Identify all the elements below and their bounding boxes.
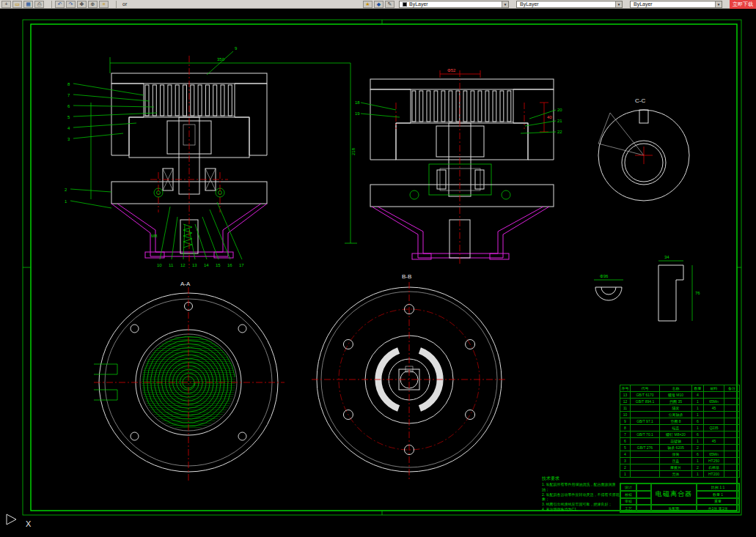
linetype-control-value: ByLayer bbox=[520, 1, 539, 7]
title-block-field: 共1张 第1张 bbox=[697, 505, 739, 512]
part-callouts: 9 bbox=[235, 46, 238, 51]
parts-table-row: 11隔套 145 bbox=[620, 405, 740, 412]
svg-text:21: 21 bbox=[557, 119, 562, 123]
fin-stack bbox=[412, 91, 511, 122]
chevron-down-icon[interactable]: ▼ bbox=[615, 1, 622, 7]
title-block-field: 设计 bbox=[620, 484, 636, 491]
svg-text:22: 22 bbox=[557, 130, 562, 134]
svg-text:17: 17 bbox=[239, 263, 244, 267]
svg-text:1: 1 bbox=[65, 199, 67, 204]
property-icon-group: ★◆✎ bbox=[363, 1, 394, 8]
leader-lines bbox=[361, 103, 556, 133]
note-line: 4. 未注明倒角均为C1。 bbox=[542, 507, 621, 512]
note-line: 3. 线圈引出线接线应牢固可靠，绝缘良好； bbox=[542, 502, 621, 507]
top-toolbar: +▭▦⎙ ↶↷✥⊕≡ or ★◆✎ ByLayer ▼ ByLayer ▼ By… bbox=[0, 0, 756, 9]
svg-text:9: 9 bbox=[235, 46, 238, 51]
svg-text:6: 6 bbox=[67, 104, 70, 108]
section-label: B-B bbox=[402, 273, 411, 280]
svg-text:4: 4 bbox=[67, 126, 70, 130]
parts-table-row: 1壳体 1HT200 bbox=[620, 471, 740, 478]
signature-cell bbox=[636, 484, 651, 491]
leader-lines bbox=[70, 51, 242, 259]
promo-button[interactable]: 立即下载 bbox=[730, 0, 756, 9]
toolbar-icon[interactable]: ↷ bbox=[66, 1, 76, 8]
part-callouts: 1011121314151617 bbox=[157, 263, 244, 267]
toolbar-icon[interactable]: ≡ bbox=[99, 1, 109, 8]
svg-text:5: 5 bbox=[67, 115, 70, 119]
parts-table: 序号 代号 名称 数量 材料 备注 13GB/T 6170螺母 M10 4 12… bbox=[620, 385, 740, 478]
svg-text:7: 7 bbox=[67, 93, 70, 97]
view-a-section: A-A bbox=[94, 281, 285, 482]
notes-lines: 1. 装配前所有零件用煤油清洗，配合面涂润滑油；2. 装配后各运动零件应转动灵活… bbox=[542, 482, 621, 512]
edit-icon-group: ↶↷✥⊕≡ bbox=[55, 1, 109, 8]
title-block-field: 比例 1:1 bbox=[697, 484, 739, 491]
view-detail-profile: 34 76 bbox=[658, 255, 700, 321]
svg-text:2: 2 bbox=[65, 188, 67, 192]
section-label: A-A bbox=[180, 281, 191, 287]
parts-table-row: 5GB/T 276轴承 6205 2 bbox=[620, 445, 740, 451]
toolbar-icon[interactable]: ⎙ bbox=[34, 1, 44, 8]
view-detail-semicircle: Φ36 bbox=[594, 274, 623, 300]
toolbar-icon[interactable]: ▦ bbox=[23, 1, 33, 8]
doc-type: 装配图 bbox=[651, 505, 697, 512]
view1-main-section: 350 218 bbox=[65, 46, 357, 268]
svg-text:3: 3 bbox=[67, 137, 70, 141]
toolbar-icon[interactable]: ▭ bbox=[12, 1, 22, 8]
parts-table-row: 3压盘 1HT250 bbox=[620, 458, 740, 464]
toolbar-icon[interactable]: ◆ bbox=[374, 1, 383, 8]
chevron-down-icon[interactable]: ▼ bbox=[502, 1, 508, 7]
svg-text:14: 14 bbox=[204, 263, 209, 267]
dimension-label: 76 bbox=[695, 291, 700, 295]
toolbar-separator bbox=[51, 1, 52, 8]
toolbar-icon[interactable]: ↶ bbox=[55, 1, 65, 8]
bell-housing-outline bbox=[372, 207, 549, 259]
dimension-label: 40 bbox=[547, 115, 552, 119]
view2-section: Φ52 40 1819 202122 bbox=[355, 68, 562, 265]
toolbar-icon[interactable]: + bbox=[1, 1, 11, 8]
view-b-section: B-B bbox=[312, 273, 507, 480]
svg-text:19: 19 bbox=[355, 111, 360, 116]
parts-table-header: 序号 代号 名称 数量 材料 备注 bbox=[620, 385, 740, 392]
part-callouts: 202122 bbox=[557, 108, 562, 134]
svg-text:15: 15 bbox=[216, 263, 221, 267]
lineweight-control-value: ByLayer bbox=[634, 1, 653, 7]
parts-table-row: 6花键轴 145 bbox=[620, 438, 740, 445]
svg-text:16: 16 bbox=[227, 263, 232, 267]
linetype-control-dropdown[interactable]: ByLayer ▼ bbox=[516, 1, 623, 8]
signature-cell bbox=[636, 498, 651, 505]
part-callouts: 21 bbox=[65, 188, 67, 204]
parts-table-row: 13GB/T 6170螺母 M10 4 bbox=[620, 392, 740, 399]
technical-notes: 技术要求 1. 装配前所有零件用煤油清洗，配合面涂润滑油；2. 装配后各运动零件… bbox=[542, 475, 621, 512]
parts-table-row: 10分离轴承 1 bbox=[620, 412, 740, 418]
color-swatch-icon bbox=[403, 2, 407, 7]
signature-cell bbox=[636, 505, 651, 512]
section-label: C-C bbox=[635, 97, 645, 104]
color-control-dropdown[interactable]: ByLayer ▼ bbox=[399, 1, 509, 8]
toolbar-icon[interactable]: ★ bbox=[363, 1, 373, 8]
chevron-down-icon[interactable]: ▼ bbox=[715, 1, 722, 7]
toolbar-icon[interactable]: ✥ bbox=[77, 1, 87, 8]
toolbar-icon[interactable]: ✎ bbox=[385, 1, 394, 8]
svg-text:18: 18 bbox=[355, 100, 360, 105]
svg-text:8: 8 bbox=[67, 82, 70, 86]
dimension-label: 218 bbox=[351, 147, 356, 155]
svg-text:X: X bbox=[26, 519, 32, 528]
parts-table-row: 7GB/T 70.1螺钉 M8×20 6 bbox=[620, 432, 740, 438]
parts-table-row: 9GB/T 97.1垫圈 8 6 bbox=[620, 418, 740, 425]
title-block-field: 重量 bbox=[697, 498, 739, 505]
toolbar-icon[interactable]: ⊕ bbox=[88, 1, 98, 8]
part-callouts: 1819 bbox=[355, 100, 360, 116]
lineweight-control-dropdown[interactable]: ByLayer ▼ bbox=[630, 1, 722, 8]
dimension-label: 34 bbox=[664, 255, 669, 259]
svg-text:13: 13 bbox=[192, 263, 197, 267]
note-line: 2. 装配后各运动零件应转动灵活，不得有卡滞现象； bbox=[542, 492, 621, 503]
svg-text:20: 20 bbox=[557, 108, 562, 112]
view-c-section: C-C bbox=[598, 97, 689, 201]
title-block-field: 数量 1 bbox=[697, 491, 739, 498]
parts-table-row: 12GB/T 894.1挡圈 35 165Mn bbox=[620, 399, 740, 405]
parts-table-row: 2摩擦片 2石棉基 bbox=[620, 464, 740, 471]
ucs-icon: X bbox=[7, 514, 32, 528]
title-block-field: 审核 bbox=[620, 498, 636, 505]
toolbar-cropped-label: or bbox=[122, 1, 127, 7]
drawing-title: 电磁离合器 bbox=[651, 484, 697, 505]
